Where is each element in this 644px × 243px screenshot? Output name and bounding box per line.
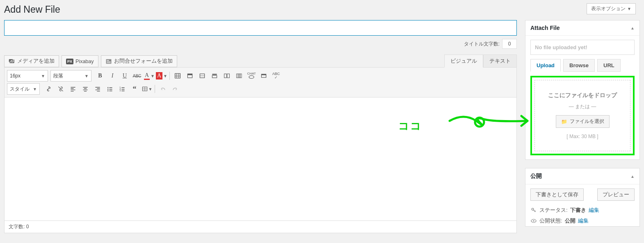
bullet-list-button[interactable] bbox=[104, 83, 116, 95]
no-file-message: No file uploaded yet! bbox=[530, 40, 635, 55]
svg-rect-15 bbox=[224, 74, 227, 78]
svg-point-20 bbox=[249, 76, 254, 79]
layout1-button[interactable] bbox=[221, 70, 233, 82]
chevron-down-icon: ▼ bbox=[41, 74, 45, 78]
contact-form-label: お問合せフォームを追加 bbox=[114, 58, 173, 65]
upload-highlight: ここにファイルをドロップ — または — 📁 ファイルを選択 [ Max: 30… bbox=[530, 76, 635, 155]
tab-upload[interactable]: Upload bbox=[530, 59, 561, 72]
title-count-value: 0 bbox=[502, 39, 517, 49]
select-file-button[interactable]: 📁 ファイルを選択 bbox=[556, 115, 610, 128]
add-media-label: メディアを追加 bbox=[17, 58, 55, 65]
svg-rect-13 bbox=[212, 74, 217, 75]
title-count-label: タイトル文字数: bbox=[464, 41, 500, 48]
add-media-button[interactable]: メディアを追加 bbox=[4, 55, 59, 67]
align-left-button[interactable] bbox=[67, 83, 79, 95]
svg-rect-22 bbox=[261, 74, 266, 75]
table-button[interactable] bbox=[171, 70, 184, 82]
preview-button[interactable]: プレビュー bbox=[597, 188, 635, 201]
svg-point-24 bbox=[107, 89, 108, 90]
max-size-text: [ Max: 30 MB ] bbox=[539, 134, 626, 139]
edit-status-link[interactable]: 編集 bbox=[589, 207, 599, 214]
tab-url[interactable]: URL bbox=[597, 59, 621, 72]
unlink-button[interactable] bbox=[55, 83, 67, 95]
select-file-label: ファイルを選択 bbox=[570, 118, 604, 125]
underline-button[interactable]: U bbox=[119, 70, 131, 82]
italic-button[interactable]: I bbox=[106, 70, 119, 82]
annotation-arrow bbox=[448, 111, 534, 135]
page-title: Add New File bbox=[4, 3, 60, 16]
font-size-select[interactable]: 16px▼ bbox=[7, 70, 48, 82]
upload-dropzone[interactable]: ここにファイルをドロップ — または — 📁 ファイルを選択 [ Max: 30… bbox=[534, 80, 630, 151]
publish-title: 公開 bbox=[530, 173, 542, 180]
svg-rect-17 bbox=[237, 74, 238, 78]
separator bbox=[155, 85, 155, 93]
bold-button[interactable]: B bbox=[94, 70, 106, 82]
chat-button[interactable]: CHAT bbox=[245, 70, 258, 82]
separator bbox=[169, 72, 170, 80]
svg-rect-18 bbox=[238, 74, 240, 78]
media-icon bbox=[9, 58, 15, 65]
link-button[interactable] bbox=[42, 83, 55, 95]
status-row: ステータス: 下書き 編集 bbox=[525, 205, 639, 216]
card-button[interactable] bbox=[258, 70, 270, 82]
svg-rect-2 bbox=[107, 61, 111, 62]
annotation-text: ココ bbox=[398, 119, 422, 133]
svg-point-34 bbox=[533, 220, 534, 221]
folder-icon: 📁 bbox=[561, 119, 567, 125]
svg-rect-3 bbox=[107, 62, 111, 63]
tab-visual[interactable]: ビジュアル bbox=[444, 55, 483, 68]
align-right-button[interactable] bbox=[91, 83, 104, 95]
chevron-down-icon: ▼ bbox=[627, 7, 631, 11]
pixabay-button[interactable]: PX Pixabay bbox=[62, 55, 98, 67]
table2-button[interactable]: ▼ bbox=[141, 83, 153, 95]
svg-rect-16 bbox=[227, 74, 230, 78]
text-color-button[interactable]: A▼ bbox=[143, 70, 155, 82]
attach-file-box: Attach File ▲ No file uploaded yet! Uplo… bbox=[525, 20, 640, 160]
publish-header[interactable]: 公開 ▲ bbox=[525, 168, 639, 184]
contact-form-button[interactable]: お問合せフォームを追加 bbox=[101, 55, 177, 67]
or-text: — または — bbox=[539, 103, 626, 110]
redo-button[interactable] bbox=[169, 83, 181, 95]
drop-text: ここにファイルをドロップ bbox=[539, 92, 626, 99]
collapse-icon: ▲ bbox=[630, 174, 635, 179]
blockquote-button[interactable]: “ bbox=[128, 83, 141, 95]
bg-color-button[interactable]: A▼ bbox=[155, 70, 168, 82]
chevron-down-icon: ▼ bbox=[84, 74, 89, 78]
svg-rect-1 bbox=[107, 60, 109, 61]
collapse-icon: ▲ bbox=[630, 26, 635, 30]
screen-options-label: 表示オプション bbox=[591, 5, 626, 12]
style-select[interactable]: スタイル▼ bbox=[7, 83, 40, 95]
box1-button[interactable] bbox=[184, 70, 196, 82]
svg-rect-19 bbox=[240, 74, 242, 78]
svg-rect-10 bbox=[187, 74, 192, 75]
visibility-row: 公開状態: 公開 編集 bbox=[525, 216, 639, 226]
spellcheck-button[interactable]: ABC✓ bbox=[270, 70, 282, 82]
save-draft-button[interactable]: 下書きとして保存 bbox=[530, 188, 584, 201]
undo-button[interactable] bbox=[157, 83, 169, 95]
publish-box: 公開 ▲ 下書きとして保存 プレビュー ステータス: 下書き 編集 公開状態: … bbox=[525, 168, 640, 227]
edit-visibility-link[interactable]: 編集 bbox=[578, 217, 589, 225]
screen-options-button[interactable]: 表示オプション ▼ bbox=[587, 3, 636, 14]
box2-button[interactable] bbox=[196, 70, 208, 82]
form-icon bbox=[105, 58, 112, 65]
format-select[interactable]: 段落▼ bbox=[50, 70, 91, 82]
editor-footer: 文字数: 0 bbox=[5, 220, 516, 233]
editor-content[interactable]: ココ bbox=[5, 98, 516, 220]
align-center-button[interactable] bbox=[79, 83, 91, 95]
pixabay-icon: PX bbox=[66, 59, 73, 64]
layout2-button[interactable] bbox=[233, 70, 245, 82]
eye-icon bbox=[530, 218, 537, 224]
tab-text[interactable]: テキスト bbox=[483, 55, 517, 67]
title-input[interactable] bbox=[4, 20, 517, 36]
strikethrough-button[interactable]: ABC bbox=[131, 70, 143, 82]
svg-point-25 bbox=[107, 91, 108, 91]
attach-file-header[interactable]: Attach File ▲ bbox=[525, 20, 639, 36]
key-icon bbox=[530, 207, 537, 213]
svg-text:3: 3 bbox=[120, 90, 121, 92]
svg-point-23 bbox=[107, 87, 108, 88]
pixabay-label: Pixabay bbox=[75, 59, 94, 64]
box3-button[interactable] bbox=[208, 70, 221, 82]
tab-browse[interactable]: Browse bbox=[563, 59, 595, 72]
svg-rect-14 bbox=[212, 75, 217, 78]
number-list-button[interactable]: 123 bbox=[116, 83, 128, 95]
